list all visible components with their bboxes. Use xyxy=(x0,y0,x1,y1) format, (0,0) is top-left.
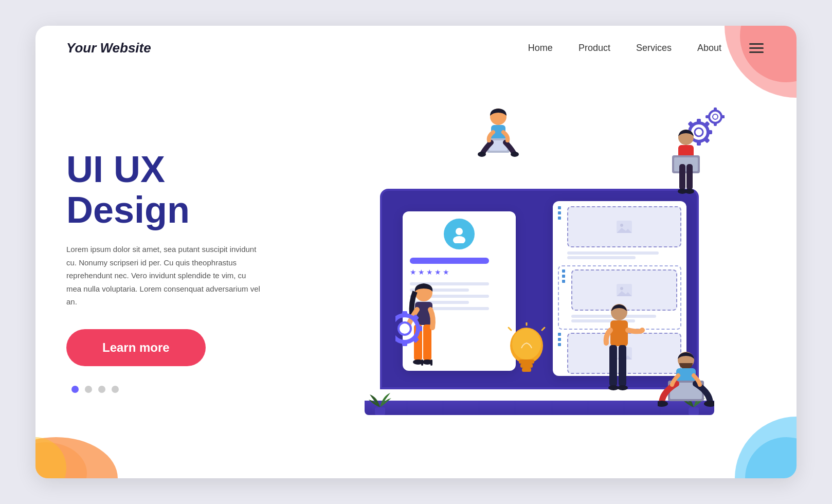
svg-point-65 xyxy=(399,322,411,335)
hero-content-left: UI UX Design Lorem ipsum dolor sit amet,… xyxy=(66,149,313,393)
ui-dot-list-3 xyxy=(558,333,561,378)
page-wrapper: Your Website Home Product Services About… xyxy=(35,26,797,478)
illustration-container: ★★★★★ xyxy=(339,96,740,446)
hero-illustration: ★★★★★ xyxy=(313,70,766,472)
svg-point-7 xyxy=(456,228,463,235)
svg-line-38 xyxy=(542,328,545,330)
ui-content-line-1 xyxy=(567,251,659,255)
svg-rect-39 xyxy=(519,359,534,364)
pagination-dots xyxy=(66,386,313,393)
svg-rect-76 xyxy=(609,345,617,386)
svg-rect-20 xyxy=(697,119,701,124)
person-pointing xyxy=(591,302,647,405)
svg-rect-63 xyxy=(430,359,432,366)
ui-input-bar xyxy=(410,258,489,264)
ui-image-1 xyxy=(567,206,681,247)
svg-point-35 xyxy=(512,329,541,359)
svg-rect-40 xyxy=(520,364,533,368)
dot-2[interactable] xyxy=(85,386,92,393)
dot-1[interactable] xyxy=(71,386,79,393)
svg-rect-75 xyxy=(610,320,628,346)
dot-4[interactable] xyxy=(112,386,119,393)
ui-dot-list-2 xyxy=(562,269,565,326)
plant-left xyxy=(365,382,395,418)
svg-rect-77 xyxy=(619,345,626,386)
svg-rect-59 xyxy=(423,325,431,361)
dot-3[interactable] xyxy=(98,386,105,393)
svg-rect-67 xyxy=(402,340,407,346)
svg-rect-41 xyxy=(522,368,531,372)
svg-point-47 xyxy=(511,152,519,157)
person-sitting-top xyxy=(473,106,524,178)
nav-services[interactable]: Services xyxy=(636,43,672,53)
hero-description: Lorem ipsum dolor sit amet, sea putant s… xyxy=(66,243,262,309)
svg-point-85 xyxy=(704,401,714,407)
svg-point-10 xyxy=(620,224,623,227)
nav-links: Home Product Services About xyxy=(528,41,766,55)
svg-rect-53 xyxy=(686,164,693,190)
person-sitting-bottom xyxy=(658,351,714,418)
nav-product[interactable]: Product xyxy=(578,43,610,53)
svg-point-55 xyxy=(685,189,694,194)
lightbulb-icon xyxy=(503,322,550,379)
hero-title: UI UX Design xyxy=(66,149,313,230)
hero-section: UI UX Design Lorem ipsum dolor sit amet,… xyxy=(35,70,797,472)
svg-point-29 xyxy=(713,114,718,119)
svg-point-79 xyxy=(618,385,628,390)
svg-rect-32 xyxy=(706,115,709,118)
ui-avatar xyxy=(444,219,475,249)
svg-rect-33 xyxy=(721,115,725,118)
nav-home[interactable]: Home xyxy=(528,43,553,53)
svg-rect-30 xyxy=(714,107,717,111)
svg-rect-69 xyxy=(416,326,422,331)
person-gear-woman xyxy=(395,281,452,394)
svg-point-84 xyxy=(658,401,668,407)
nav-about[interactable]: About xyxy=(697,43,721,53)
svg-rect-51 xyxy=(674,157,698,171)
navbar: Your Website Home Product Services About xyxy=(35,26,797,70)
svg-point-8 xyxy=(453,236,465,243)
svg-point-13 xyxy=(620,287,623,290)
person-top-right xyxy=(663,127,709,204)
ui-password-stars: ★★★★★ xyxy=(410,268,509,276)
svg-line-37 xyxy=(509,328,511,330)
hamburger-menu[interactable] xyxy=(747,41,766,55)
svg-rect-52 xyxy=(679,164,685,190)
svg-point-78 xyxy=(608,385,619,390)
site-logo: Your Website xyxy=(66,40,151,56)
svg-rect-66 xyxy=(402,311,407,317)
svg-point-46 xyxy=(478,152,486,157)
ui-dot-list-1 xyxy=(558,206,561,262)
svg-rect-86 xyxy=(375,407,385,415)
ui-content-line-2 xyxy=(567,256,636,259)
learn-more-button[interactable]: Learn more xyxy=(66,329,206,366)
svg-rect-31 xyxy=(714,122,717,126)
